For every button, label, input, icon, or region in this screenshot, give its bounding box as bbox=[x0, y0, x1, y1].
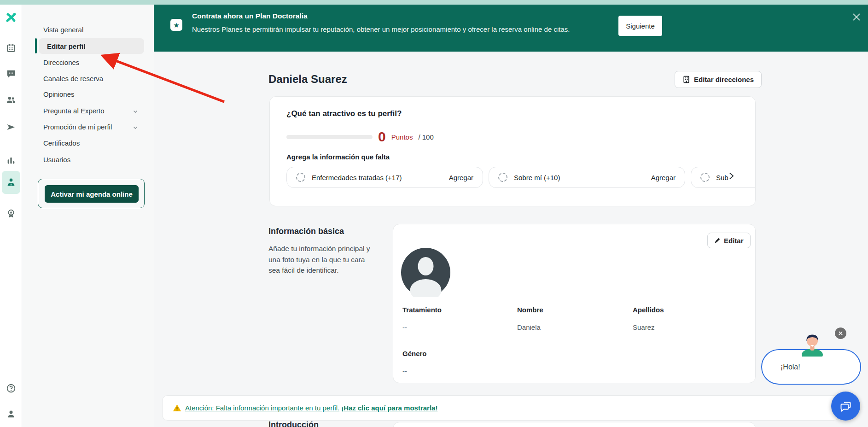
warning-link-strong: ¡Haz clic aquí para mostrarla! bbox=[341, 404, 437, 412]
profile-avatar bbox=[401, 248, 450, 297]
chip-enfermedades-tratadas[interactable]: Enfermedades tratadas (+17) Agregar bbox=[286, 167, 483, 188]
rail-divider bbox=[0, 137, 22, 137]
people-icon[interactable] bbox=[6, 95, 16, 105]
banner-subtitle: Nuestros Planes te permitirán impulsar t… bbox=[192, 25, 570, 33]
app-window: Vista general Editar perfil Direcciones … bbox=[0, 0, 868, 427]
banner-title: Contrata ahora un Plan Doctoralia bbox=[192, 12, 308, 20]
score-progress-row: 0 Puntos / 100 bbox=[286, 130, 434, 144]
banner-next-button[interactable]: Siguiente bbox=[618, 16, 662, 36]
edit-label: Editar bbox=[724, 237, 744, 245]
field-label-genero: Género bbox=[402, 350, 427, 357]
doctoralia-logo-icon[interactable] bbox=[5, 11, 17, 24]
banner-close-icon[interactable] bbox=[851, 12, 862, 22]
score-card-title: ¿Qué tan atractivo es tu perfil? bbox=[286, 109, 402, 118]
chat-greeting-text: ¡Hola! bbox=[781, 363, 800, 371]
icon-rail bbox=[0, 5, 22, 427]
chip-add-button[interactable]: Agregar bbox=[651, 174, 676, 181]
sidebar-item-pregunta-al-experto[interactable]: Pregunta al Experto bbox=[35, 103, 145, 118]
field-value-tratamiento: -- bbox=[402, 323, 407, 331]
badge-icon[interactable] bbox=[6, 209, 16, 219]
field-value-genero: -- bbox=[402, 367, 407, 375]
chip-label: Sobre mí (+10) bbox=[514, 174, 560, 181]
chip-sub-truncated[interactable]: Sub bbox=[691, 167, 756, 188]
dashed-circle-icon bbox=[700, 173, 710, 182]
selected-indicator-bar bbox=[35, 38, 37, 53]
sidebar-item-canales-de-reserva[interactable]: Canales de reserva bbox=[35, 70, 145, 86]
introduccion-card bbox=[393, 422, 756, 427]
promo-banner: ★ Contrata ahora un Plan Doctoralia Nues… bbox=[154, 5, 868, 52]
warning-icon bbox=[173, 404, 181, 412]
basic-info-description: Añade tu información principal y una fot… bbox=[268, 243, 378, 276]
sidebar-item-label: Opiniones bbox=[43, 90, 75, 98]
chip-sobre-mi[interactable]: Sobre mí (+10) Agregar bbox=[489, 167, 685, 188]
page-title: Daniela Suarez bbox=[268, 73, 347, 86]
dashed-circle-icon bbox=[296, 173, 305, 182]
points-label: Puntos bbox=[391, 133, 413, 141]
agenda-button-ring: Activar mi agenda online bbox=[38, 179, 145, 208]
rail-item-profile-selected[interactable] bbox=[2, 171, 20, 194]
chat-bubbles-icon bbox=[839, 400, 852, 413]
calendar-icon[interactable] bbox=[6, 43, 16, 53]
points-total: / 100 bbox=[418, 133, 433, 141]
pencil-icon bbox=[714, 237, 721, 244]
chat-launcher-button[interactable] bbox=[831, 392, 860, 421]
dashed-circle-icon bbox=[498, 173, 507, 182]
profile-score-card: ¿Qué tan atractivo es tu perfil? 0 Punto… bbox=[269, 96, 756, 206]
field-label-tratamiento: Tratamiento bbox=[402, 306, 442, 314]
help-icon[interactable] bbox=[6, 383, 16, 393]
progress-bar bbox=[286, 135, 373, 139]
star-icon: ★ bbox=[170, 19, 182, 31]
sidebar-item-label: Certificados bbox=[43, 139, 80, 147]
profile-warning-card: Atención: Falta información importante e… bbox=[162, 395, 839, 421]
introduccion-title: Introducción bbox=[268, 420, 319, 427]
top-accent-strip bbox=[0, 0, 868, 5]
edit-addresses-label: Editar direcciones bbox=[694, 76, 754, 83]
field-label-apellidos: Apellidos bbox=[633, 306, 664, 314]
sidebar-item-label: Promoción de mi perfil bbox=[43, 123, 112, 131]
field-value-apellidos: Suarez bbox=[633, 323, 655, 331]
sidebar: Vista general Editar perfil Direcciones … bbox=[23, 5, 154, 427]
chat-icon[interactable] bbox=[6, 69, 16, 79]
activate-agenda-button[interactable]: Activar mi agenda online bbox=[45, 185, 139, 203]
sidebar-item-label: Pregunta al Experto bbox=[43, 107, 105, 115]
sidebar-item-certificados[interactable]: Certificados bbox=[35, 135, 145, 151]
points-value: 0 bbox=[378, 130, 386, 144]
chat-close-icon[interactable] bbox=[835, 328, 846, 339]
missing-info-chips: Enfermedades tratadas (+17) Agregar Sobr… bbox=[286, 167, 756, 190]
basic-info-title: Información básica bbox=[268, 227, 344, 236]
user-icon[interactable] bbox=[6, 409, 16, 419]
sidebar-item-promocion-de-mi-perfil[interactable]: Promoción de mi perfil bbox=[35, 119, 145, 135]
missing-info-title: Agrega la información que falta bbox=[286, 153, 390, 161]
warning-text: Atención: Falta información importante e… bbox=[185, 404, 339, 412]
edit-addresses-button[interactable]: Editar direcciones bbox=[675, 71, 762, 88]
sidebar-item-direcciones[interactable]: Direcciones bbox=[35, 54, 145, 70]
sidebar-item-label: Vista general bbox=[43, 26, 83, 34]
chip-add-button[interactable]: Agregar bbox=[449, 174, 473, 181]
field-value-nombre: Daniela bbox=[517, 323, 541, 331]
warning-link[interactable]: Atención: Falta información importante e… bbox=[185, 404, 437, 412]
sidebar-item-label: Editar perfil bbox=[47, 42, 85, 50]
chat-assistant-avatar bbox=[799, 333, 826, 357]
send-icon[interactable] bbox=[6, 122, 16, 132]
sidebar-item-label: Usuarios bbox=[43, 156, 70, 164]
building-icon bbox=[682, 76, 690, 83]
sidebar-item-vista-general[interactable]: Vista general bbox=[35, 22, 145, 37]
sidebar-item-editar-perfil[interactable]: Editar perfil bbox=[39, 38, 144, 54]
sidebar-item-usuarios[interactable]: Usuarios bbox=[35, 152, 145, 167]
chips-next-arrow-icon[interactable] bbox=[727, 171, 736, 181]
chevron-down-icon bbox=[133, 124, 138, 129]
sidebar-item-label: Direcciones bbox=[43, 58, 79, 66]
edit-basic-info-button[interactable]: Editar bbox=[707, 233, 751, 248]
doctor-profile-icon bbox=[6, 177, 16, 187]
sidebar-item-label: Canales de reserva bbox=[43, 75, 103, 82]
field-label-nombre: Nombre bbox=[517, 306, 543, 314]
basic-info-card: Editar Tratamiento Nombre Apellidos -- D… bbox=[393, 224, 756, 383]
sidebar-item-opiniones[interactable]: Opiniones bbox=[35, 86, 145, 102]
bar-chart-icon[interactable] bbox=[6, 156, 16, 166]
chip-label: Enfermedades tratadas (+17) bbox=[312, 174, 402, 181]
chevron-down-icon bbox=[133, 108, 138, 113]
